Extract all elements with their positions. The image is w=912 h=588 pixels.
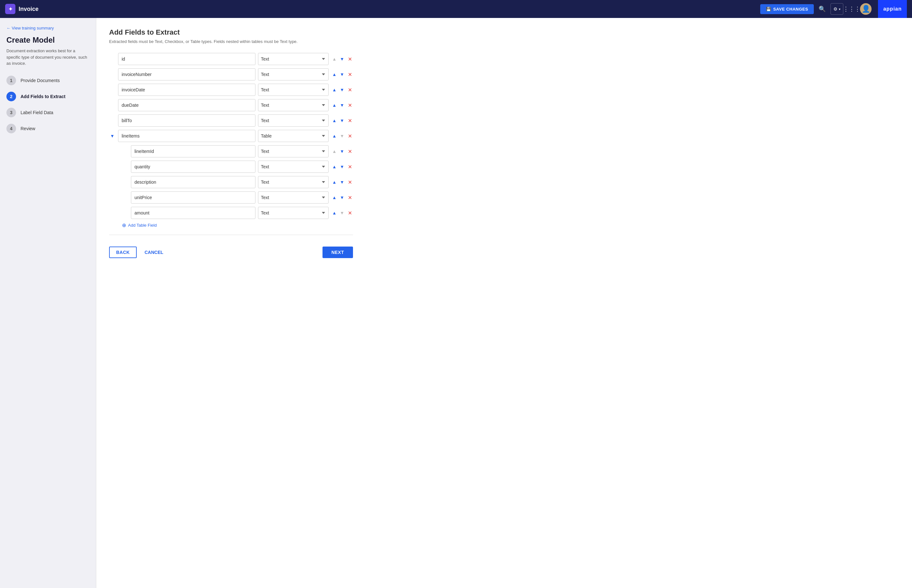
- delete-lineItemId[interactable]: ✕: [347, 148, 353, 155]
- sidebar-title: Create Model: [6, 36, 89, 45]
- field-name-amount[interactable]: [131, 207, 256, 219]
- appian-logo: appian: [878, 0, 907, 18]
- field-name-lineItemId[interactable]: [131, 145, 256, 157]
- collapse-button-lineItems[interactable]: ▼: [109, 133, 115, 139]
- move-down-lineItems[interactable]: ▼: [339, 133, 345, 139]
- field-type-billTo[interactable]: TextCheckboxTable: [258, 115, 329, 127]
- cancel-button[interactable]: CANCEL: [141, 247, 167, 258]
- field-name-invoiceNumber[interactable]: [118, 68, 256, 81]
- footer: BACK CANCEL NEXT: [109, 241, 353, 258]
- field-name-lineItems[interactable]: [118, 130, 256, 142]
- field-row-invoiceDate: TextCheckboxTable ▲ ▼ ✕: [109, 84, 353, 96]
- field-name-billTo[interactable]: [118, 115, 256, 127]
- page-title: Add Fields to Extract: [109, 28, 353, 37]
- field-name-invoiceDate[interactable]: [118, 84, 256, 96]
- move-up-quantity[interactable]: ▲: [331, 163, 338, 170]
- move-up-id[interactable]: ▲: [331, 56, 338, 62]
- field-name-unitPrice[interactable]: [131, 191, 256, 204]
- delete-amount[interactable]: ✕: [347, 210, 353, 216]
- avatar[interactable]: 👤: [860, 3, 872, 15]
- field-type-quantity[interactable]: TextCheckboxTable: [258, 161, 329, 173]
- next-button[interactable]: NEXT: [322, 247, 353, 258]
- app-name: Invoice: [19, 6, 39, 13]
- move-up-billTo[interactable]: ▲: [331, 117, 338, 124]
- field-controls-id: ▲ ▼ ✕: [331, 56, 353, 62]
- delete-unitPrice[interactable]: ✕: [347, 194, 353, 201]
- move-down-amount[interactable]: ▼: [339, 210, 345, 216]
- step-2: 2 Add Fields to Extract: [6, 92, 89, 101]
- field-name-dueDate[interactable]: [118, 99, 256, 111]
- settings-button[interactable]: ⚙ ▾: [831, 3, 843, 15]
- logo-icon: ✦: [5, 4, 15, 14]
- delete-id[interactable]: ✕: [347, 56, 353, 62]
- grid-icon: ⋮⋮⋮: [843, 5, 860, 13]
- field-type-lineItemId[interactable]: TextCheckboxTable: [258, 145, 329, 157]
- move-up-description[interactable]: ▲: [331, 179, 338, 185]
- field-row-lineItemId: TextCheckboxTable ▲ ▼ ✕: [109, 145, 353, 157]
- field-controls-unitPrice: ▲ ▼ ✕: [331, 194, 353, 201]
- field-controls-amount: ▲ ▼ ✕: [331, 210, 353, 216]
- step-1-number: 1: [6, 76, 16, 85]
- move-down-description[interactable]: ▼: [339, 179, 345, 185]
- delete-lineItems[interactable]: ✕: [347, 133, 353, 139]
- field-type-id[interactable]: TextCheckboxTable: [258, 53, 329, 65]
- search-icon: 🔍: [819, 5, 826, 13]
- field-controls-lineItems: ▲ ▼ ✕: [331, 133, 353, 139]
- step-3-number: 3: [6, 108, 16, 117]
- step-1: 1 Provide Documents: [6, 76, 89, 85]
- step-1-label: Provide Documents: [21, 78, 60, 83]
- field-name-quantity[interactable]: [131, 161, 256, 173]
- delete-billTo[interactable]: ✕: [347, 117, 353, 124]
- save-button[interactable]: 💾 SAVE CHANGES: [760, 4, 814, 14]
- delete-quantity[interactable]: ✕: [347, 163, 353, 170]
- sidebar-description: Document extraction works best for a spe…: [6, 48, 89, 67]
- move-down-dueDate[interactable]: ▼: [339, 102, 345, 108]
- field-type-dueDate[interactable]: TextCheckboxTable: [258, 99, 329, 111]
- back-link[interactable]: ← View training summary: [6, 26, 89, 31]
- field-controls-invoiceNumber: ▲ ▼ ✕: [331, 71, 353, 78]
- move-down-billTo[interactable]: ▼: [339, 117, 345, 124]
- step-3-label: Label Field Data: [21, 110, 53, 115]
- grid-button[interactable]: ⋮⋮⋮: [846, 3, 857, 15]
- field-row-billTo: TextCheckboxTable ▲ ▼ ✕: [109, 115, 353, 127]
- add-table-field-button[interactable]: ⊕ Add Table Field: [122, 222, 353, 228]
- move-down-quantity[interactable]: ▼: [339, 163, 345, 170]
- field-row-description: TextCheckboxTable ▲ ▼ ✕: [109, 176, 353, 188]
- footer-left: BACK CANCEL: [109, 247, 167, 258]
- save-icon: 💾: [766, 7, 771, 11]
- move-down-id[interactable]: ▼: [339, 56, 345, 62]
- field-row-lineItems: ▼ TextCheckboxTable ▲ ▼ ✕: [109, 130, 353, 142]
- move-down-unitPrice[interactable]: ▼: [339, 194, 345, 201]
- move-up-invoiceDate[interactable]: ▲: [331, 87, 338, 93]
- field-type-description[interactable]: TextCheckboxTable: [258, 176, 329, 188]
- move-up-lineItems[interactable]: ▲: [331, 133, 338, 139]
- move-down-invoiceDate[interactable]: ▼: [339, 87, 345, 93]
- delete-invoiceNumber[interactable]: ✕: [347, 71, 353, 78]
- move-up-invoiceNumber[interactable]: ▲: [331, 71, 338, 78]
- field-name-id[interactable]: [118, 53, 256, 65]
- gear-chevron-icon: ▾: [839, 7, 841, 11]
- add-icon: ⊕: [122, 222, 126, 228]
- field-type-invoiceNumber[interactable]: TextCheckboxTable: [258, 68, 329, 81]
- move-up-unitPrice[interactable]: ▲: [331, 194, 338, 201]
- search-button[interactable]: 🔍: [816, 3, 828, 15]
- field-type-amount[interactable]: TextCheckboxTable: [258, 207, 329, 219]
- back-button[interactable]: BACK: [109, 247, 137, 258]
- move-up-amount[interactable]: ▲: [331, 210, 338, 216]
- delete-invoiceDate[interactable]: ✕: [347, 87, 353, 93]
- move-down-lineItemId[interactable]: ▼: [339, 148, 345, 155]
- delete-description[interactable]: ✕: [347, 179, 353, 185]
- field-type-invoiceDate[interactable]: TextCheckboxTable: [258, 84, 329, 96]
- move-up-lineItemId[interactable]: ▲: [331, 148, 338, 155]
- delete-dueDate[interactable]: ✕: [347, 102, 353, 108]
- field-type-lineItems[interactable]: TextCheckboxTable: [258, 130, 329, 142]
- move-down-invoiceNumber[interactable]: ▼: [339, 71, 345, 78]
- field-type-unitPrice[interactable]: TextCheckboxTable: [258, 191, 329, 204]
- field-name-description[interactable]: [131, 176, 256, 188]
- field-controls-description: ▲ ▼ ✕: [331, 179, 353, 185]
- move-up-dueDate[interactable]: ▲: [331, 102, 338, 108]
- app-header: ✦ Invoice 💾 SAVE CHANGES 🔍 ⚙ ▾ ⋮⋮⋮ 👤 app…: [0, 0, 912, 18]
- field-row-dueDate: TextCheckboxTable ▲ ▼ ✕: [109, 99, 353, 111]
- field-controls-quantity: ▲ ▼ ✕: [331, 163, 353, 170]
- field-row-unitPrice: TextCheckboxTable ▲ ▼ ✕: [109, 191, 353, 204]
